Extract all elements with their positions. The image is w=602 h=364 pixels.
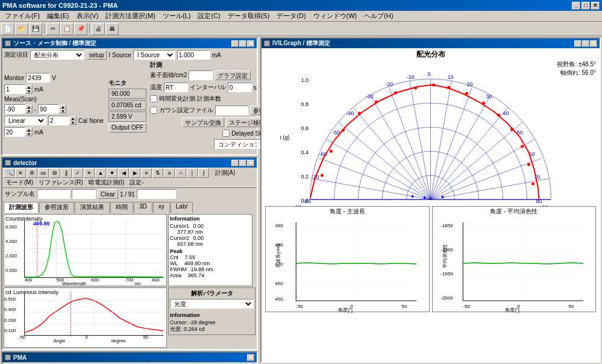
linear-select[interactable]: Linear	[4, 116, 46, 125]
gauss-check[interactable]	[150, 107, 157, 114]
source-type-select[interactable]: I Source	[133, 50, 175, 60]
main-area: ソース・メータ制御 / 標準測定 _ □ ✕ 測定項目 配光分布	[0, 36, 602, 364]
tab-xy[interactable]: xy	[153, 202, 170, 213]
graph-setup-btn[interactable]: グラフ設定	[215, 71, 251, 80]
det-max-btn[interactable]: □	[239, 160, 246, 166]
det-close-btn[interactable]: ✕	[247, 160, 254, 166]
tab-3d[interactable]: 3D	[134, 202, 152, 213]
bottom-spin-up[interactable]: ▲	[25, 128, 33, 132]
meas-type-select[interactable]: 配光分布	[30, 50, 84, 60]
menu-method[interactable]: 計測方法選択(M)	[102, 11, 159, 21]
linear-up[interactable]: ▲	[69, 116, 77, 121]
det-icon9[interactable]: ▲	[95, 168, 106, 178]
maximize-btn[interactable]: □	[582, 2, 590, 10]
save-btn[interactable]: 💾	[29, 23, 42, 35]
gauss-input[interactable]	[215, 105, 248, 115]
open-btn[interactable]: 📂	[15, 23, 28, 35]
ivl-max-btn[interactable]: □	[582, 40, 589, 47]
output-btn[interactable]: Output OFF	[108, 123, 146, 133]
current-down-arrow[interactable]: ▼	[25, 89, 33, 93]
menu-help[interactable]: ヘルプ(H)	[360, 11, 397, 21]
det-min-btn[interactable]: _	[231, 160, 239, 166]
sample-id-input[interactable]: 0096	[72, 189, 96, 199]
menu-data[interactable]: データ(D)	[273, 11, 309, 21]
det-icon7[interactable]: ✓	[72, 168, 83, 178]
det-icon16[interactable]: ∩	[175, 168, 186, 178]
svg-text:角度[°]: 角度[°]	[505, 307, 519, 313]
det-icon15[interactable]: ∧	[164, 168, 175, 178]
sample-exchange-btn[interactable]: サンプル交換	[182, 118, 224, 127]
det-icon18[interactable]: ∫	[198, 168, 209, 178]
analysis-select[interactable]: 光度	[170, 299, 254, 309]
scan-to-input[interactable]	[38, 104, 59, 114]
scan-to-down[interactable]: ▼	[59, 109, 66, 113]
svg-point-98	[412, 195, 414, 198]
print2-btn[interactable]: 🖶	[105, 23, 119, 35]
linear-down[interactable]: ▼	[69, 121, 77, 125]
menu-data-acq[interactable]: データ取得(S)	[224, 11, 274, 21]
linear-input[interactable]	[48, 116, 69, 125]
scan-from-down[interactable]: ▼	[25, 109, 33, 113]
angle-input[interactable]: -90.000	[137, 189, 176, 199]
det-icon10[interactable]: ▼	[107, 168, 118, 178]
det-icon8[interactable]: ✕	[84, 168, 95, 178]
cut-btn[interactable]: ✂	[46, 23, 60, 35]
minimize-btn[interactable]: _	[572, 2, 580, 10]
scan-to-up[interactable]: ▲	[59, 105, 66, 109]
pma-close-btn[interactable]: ✕	[247, 354, 254, 361]
interval-input[interactable]	[228, 83, 252, 92]
monitor-val2-input[interactable]: 1.000	[26, 73, 50, 83]
menu-view[interactable]: 表示(V)	[73, 11, 102, 21]
det-menu-ref[interactable]: リファレンス(R)	[36, 178, 86, 187]
menu-file[interactable]: ファイル(F)	[1, 11, 43, 21]
menu-window[interactable]: ウィンドウ(W)	[310, 11, 361, 21]
monitor-current-input[interactable]	[4, 84, 25, 94]
menu-edit[interactable]: 編集(E)	[43, 11, 73, 21]
det-icon13[interactable]: ≡	[141, 168, 152, 178]
time-calc-check[interactable]	[150, 95, 157, 102]
copy-btn[interactable]: 📋	[60, 23, 74, 35]
print-btn[interactable]: 🖨	[92, 23, 105, 35]
scan-from-input[interactable]	[4, 104, 25, 114]
det-icon17[interactable]: |	[187, 168, 198, 178]
sm-max-btn[interactable]: □	[239, 40, 246, 47]
det-settings-btn[interactable]: ⚙	[27, 168, 37, 178]
clear-btn[interactable]: Clear	[98, 189, 118, 199]
tab-time[interactable]: 時間	[110, 202, 133, 213]
det-menu-set[interactable]: 設定-	[127, 178, 146, 187]
scan-from-up[interactable]: ▲	[25, 105, 33, 109]
det-menu-meas[interactable]: 計測(A)	[213, 169, 237, 177]
sm-min-btn[interactable]: _	[231, 40, 239, 47]
bottom-spin-input[interactable]	[4, 127, 25, 137]
sample-name-input[interactable]: Sample	[37, 189, 70, 199]
tab-meas-wave[interactable]: 計測波形	[4, 202, 39, 213]
tab-calc-result[interactable]: 演算結果	[75, 202, 110, 213]
delayed-check[interactable]	[222, 130, 230, 137]
ivl-close-btn[interactable]: ✕	[590, 40, 597, 47]
det-icon14[interactable]: ⇅	[152, 168, 163, 178]
menu-settings[interactable]: 設定(C)	[194, 11, 224, 21]
bottom-spin-down[interactable]: ▼	[25, 132, 33, 136]
det-icon6[interactable]: ‖	[61, 168, 72, 178]
paste-btn[interactable]: 📌	[74, 23, 87, 35]
temp-input[interactable]	[164, 83, 188, 92]
tab-lab[interactable]: Lab/	[171, 202, 193, 213]
det-menu-dark[interactable]: 暗電流計測(I)	[86, 178, 127, 187]
source-value-input[interactable]: 1.000	[177, 50, 210, 60]
sample-area-input[interactable]: 0.001	[189, 71, 213, 80]
det-zoom-btn[interactable]: 🔍	[4, 168, 14, 178]
det-icon11[interactable]: ◀	[118, 168, 129, 178]
new-btn[interactable]: 📄	[1, 23, 14, 35]
ivl-min-btn[interactable]: _	[574, 40, 582, 47]
det-menu-mode[interactable]: モード(M)	[4, 178, 36, 187]
det-icon12[interactable]: ▶	[130, 168, 140, 178]
det-icon5[interactable]: ⊞	[49, 168, 60, 178]
close-btn[interactable]: ✕	[591, 2, 600, 10]
sm-close-btn[interactable]: ✕	[247, 40, 254, 47]
setup-btn[interactable]: setup	[86, 50, 107, 60]
det-delete-btn[interactable]: ✕	[15, 168, 26, 178]
menu-tools[interactable]: ツール(L)	[159, 11, 194, 21]
det-icon4[interactable]: Idr	[38, 168, 49, 178]
tab-ref-wave[interactable]: 参照波形	[39, 202, 74, 213]
current-up-arrow[interactable]: ▲	[25, 85, 33, 89]
